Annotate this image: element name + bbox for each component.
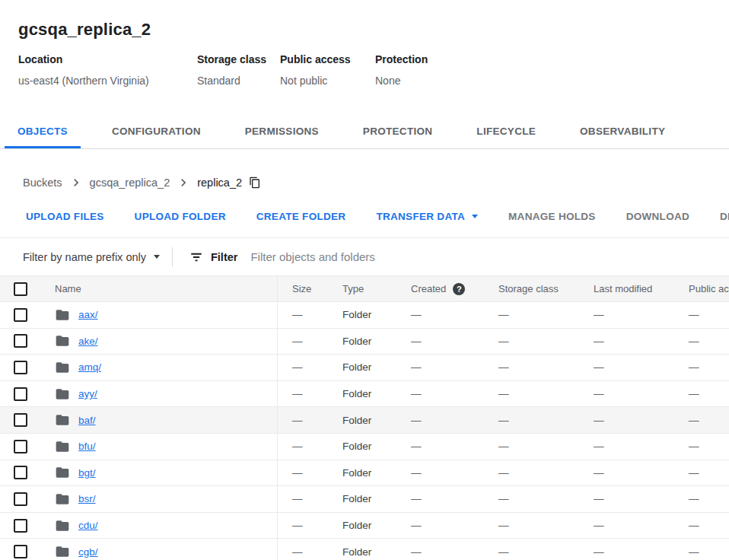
folder-link[interactable]: ake/ — [78, 336, 98, 347]
row-checkbox[interactable] — [14, 440, 27, 453]
vertical-divider — [172, 247, 173, 267]
breadcrumb-buckets-link[interactable]: Buckets — [23, 177, 62, 189]
folder-link[interactable]: bgt/ — [78, 467, 96, 479]
column-header-last-modified[interactable]: Last modified — [594, 283, 689, 294]
transfer-data-button[interactable]: TRANSFER DATA — [376, 211, 478, 222]
folder-link[interactable]: bsr/ — [78, 493, 96, 504]
gcs-bucket-details-page: gcsqa_replica_2 Location us-east4 (North… — [0, 0, 729, 560]
row-checkbox-cell — [0, 381, 43, 407]
folder-link[interactable]: baf/ — [78, 415, 96, 426]
column-header-created[interactable]: Created ? — [411, 283, 498, 295]
row-checkbox[interactable] — [14, 361, 27, 374]
filter-scope-label: Filter by name prefix only — [23, 251, 146, 263]
folder-link[interactable]: cgb/ — [78, 546, 98, 558]
created-cell: — — [411, 361, 498, 373]
tab-lifecycle[interactable]: LIFECYCLE — [463, 114, 549, 148]
upload-folder-button[interactable]: UPLOAD FOLDER — [135, 211, 226, 222]
row-checkbox[interactable] — [14, 492, 27, 506]
name-cell: amq/ — [43, 360, 277, 375]
select-all-cell — [0, 276, 43, 301]
table-row: bgt/ — Folder — — — — — [0, 460, 729, 487]
column-header-type[interactable]: Type — [342, 283, 411, 294]
column-header-name[interactable]: Name — [43, 283, 277, 294]
size-cell: — — [277, 381, 342, 407]
column-header-size[interactable]: Size — [277, 276, 342, 301]
meta-location: Location us-east4 (Northern Virginia) — [18, 53, 197, 87]
row-checkbox[interactable] — [14, 308, 27, 322]
tab-configuration[interactable]: CONFIGURATION — [99, 114, 214, 148]
row-checkbox-cell — [0, 302, 43, 328]
column-header-public-access[interactable]: Public access — [689, 283, 729, 294]
objects-table: Name Size Type Created ? Storage class L… — [0, 275, 729, 560]
storage-class-cell: — — [498, 546, 594, 558]
name-cell: cdu/ — [43, 518, 277, 533]
folder-link[interactable]: bfu/ — [78, 441, 96, 452]
folder-link[interactable]: ayy/ — [78, 388, 97, 399]
row-checkbox-cell — [0, 460, 43, 486]
row-checkbox[interactable] — [14, 334, 27, 348]
select-all-checkbox[interactable] — [14, 282, 27, 296]
help-icon[interactable]: ? — [453, 283, 465, 295]
created-cell: — — [411, 493, 498, 504]
filter-icon — [189, 250, 203, 264]
last-modified-cell: — — [594, 336, 689, 347]
row-checkbox-cell — [0, 539, 43, 560]
meta-protection-label: Protection — [375, 53, 428, 65]
created-cell: — — [411, 441, 498, 452]
type-cell: Folder — [342, 546, 411, 558]
copy-path-button[interactable] — [249, 177, 261, 189]
storage-class-cell: — — [498, 388, 594, 399]
public-access-cell: — — [689, 520, 729, 531]
row-checkbox[interactable] — [14, 387, 27, 401]
row-checkbox[interactable] — [14, 466, 27, 479]
last-modified-cell: — — [594, 361, 689, 373]
row-checkbox[interactable] — [14, 519, 27, 533]
table-header-row: Name Size Type Created ? Storage class L… — [0, 275, 729, 302]
tab-permissions[interactable]: PERMISSIONS — [232, 114, 332, 148]
storage-class-cell: — — [498, 336, 594, 347]
filter-input[interactable] — [250, 250, 729, 263]
folder-link[interactable]: amq/ — [78, 361, 101, 373]
meta-location-label: Location — [18, 53, 197, 65]
row-checkbox[interactable] — [14, 545, 27, 558]
last-modified-cell: — — [594, 388, 689, 399]
folder-icon — [55, 333, 70, 348]
filter-scope-dropdown[interactable]: Filter by name prefix only — [23, 251, 160, 263]
last-modified-cell: — — [594, 467, 689, 479]
last-modified-cell: — — [594, 546, 689, 558]
folder-icon — [55, 492, 70, 507]
name-cell: ake/ — [43, 333, 277, 348]
folder-icon — [55, 518, 70, 533]
page-title: gcsqa_replica_2 — [18, 20, 711, 40]
storage-class-cell: — — [498, 467, 594, 479]
meta-protection-value: None — [375, 75, 428, 87]
storage-class-cell: — — [498, 520, 594, 531]
last-modified-cell: — — [594, 493, 689, 504]
folder-link[interactable]: aax/ — [78, 309, 98, 320]
storage-class-cell: — — [498, 441, 594, 452]
last-modified-cell: — — [594, 415, 689, 426]
created-cell: — — [411, 309, 498, 320]
column-header-storage-class[interactable]: Storage class — [498, 283, 594, 294]
tab-protection[interactable]: PROTECTION — [350, 114, 446, 148]
size-cell: — — [277, 460, 342, 486]
meta-storage-class: Storage class Standard — [197, 53, 280, 87]
public-access-cell: — — [689, 388, 729, 399]
object-toolbar: UPLOAD FILES UPLOAD FOLDER CREATE FOLDER… — [0, 190, 729, 222]
type-cell: Folder — [342, 415, 411, 426]
table-row: bsr/ — Folder — — — — — [0, 486, 729, 513]
last-modified-cell: — — [594, 520, 689, 531]
upload-files-button[interactable]: UPLOAD FILES — [26, 211, 104, 222]
folder-icon — [55, 465, 70, 480]
breadcrumb-bucket-link[interactable]: gcsqa_replica_2 — [90, 177, 170, 189]
row-checkbox[interactable] — [14, 413, 27, 427]
tab-observability[interactable]: OBSERVABILITY — [567, 114, 678, 148]
folder-icon — [55, 307, 70, 323]
folder-icon — [55, 360, 70, 375]
folder-icon — [55, 544, 70, 559]
create-folder-button[interactable]: CREATE FOLDER — [256, 211, 346, 222]
storage-class-cell: — — [498, 309, 594, 320]
folder-link[interactable]: cdu/ — [78, 520, 98, 531]
name-cell: ayy/ — [43, 387, 277, 402]
tab-objects[interactable]: OBJECTS — [5, 114, 81, 148]
